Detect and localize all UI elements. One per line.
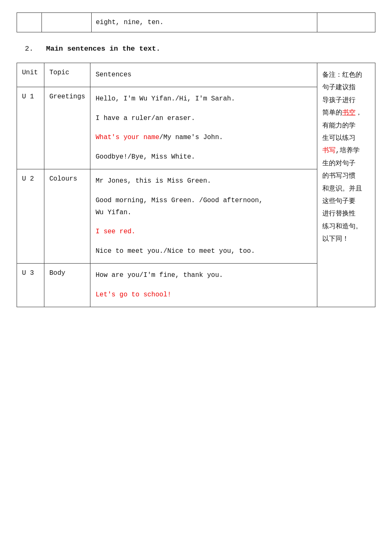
top-cell-2: [42, 13, 92, 32]
sentences-cell-1: Hello, I'm Wu Yifan./Hi, I'm Sarah. I ha…: [90, 87, 317, 169]
unit-cell-3: U 3: [17, 263, 44, 307]
notes-shuxie: 书写: [322, 147, 336, 154]
sentence-1-3: What's your name/My name's John.: [95, 132, 312, 144]
notes-part2: 句子建议指: [322, 84, 355, 91]
notes-part12: 进行替换性: [322, 210, 355, 218]
sentence-2-3: I see red.: [95, 226, 312, 238]
notes-part13: 练习和造句。: [322, 223, 362, 230]
sentence-2-2: Good morning, Miss Green. /Good afternoo…: [95, 195, 312, 219]
sentence-1-2: I have a ruler/an eraser.: [95, 112, 312, 125]
topic-cell-3: Body: [44, 263, 90, 307]
notes-yixia: 以下同！: [322, 235, 349, 243]
top-cell-1: [17, 13, 42, 32]
sentence-2-3-text: I see red.: [95, 228, 135, 235]
notes-part5: 有能力的学: [322, 122, 355, 130]
notes-part11: 这些句子要: [322, 198, 355, 205]
notes-part10: 和意识。并且: [322, 185, 362, 193]
unit-cell-1: U 1: [17, 87, 44, 169]
sentences-cell-3: How are you/I'm fine, thank you. Let's g…: [90, 263, 317, 307]
unit-cell-2: U 2: [17, 169, 44, 263]
section-number: 2.: [25, 45, 33, 53]
section-label: Main sentences in the text.: [46, 45, 160, 53]
notes-part9: 的书写习惯: [322, 172, 355, 180]
top-table: eight, nine, ten.: [17, 12, 375, 32]
header-unit: Unit: [17, 63, 44, 87]
sentence-3-2: Let's go to school!: [95, 289, 312, 301]
notes-cell: 备注：红色的 句子建议指 导孩子进行 简单的书空， 有能力的学 生可以练习 书写…: [317, 63, 375, 307]
notes-part8: 生的对句子: [322, 160, 355, 167]
header-topic: Topic: [44, 63, 90, 87]
top-cell-4: [317, 13, 375, 32]
sentence-1-1: Hello, I'm Wu Yifan./Hi, I'm Sarah.: [95, 93, 312, 105]
top-cell-3: eight, nine, ten.: [92, 13, 317, 32]
sentence-3-1: How are you/I'm fine, thank you.: [95, 269, 312, 281]
header-sentences: Sentences: [90, 63, 317, 87]
notes-shukong: 书空: [342, 109, 355, 117]
section-heading: 2. Main sentences in the text.: [25, 45, 375, 53]
sentence-2-1: Mr Jones, this is Miss Green.: [95, 175, 312, 187]
sentence-1-4: Goodbye!/Bye, Miss White.: [95, 151, 312, 163]
topic-cell-1: Greetings: [44, 87, 90, 169]
notes-part6: 生可以练习: [322, 134, 355, 142]
notes-part3: 导孩子进行: [322, 97, 355, 104]
main-table: Unit Topic Sentences 备注：红色的 句子建议指 导孩子进行 …: [17, 63, 375, 307]
topic-cell-2: Colours: [44, 169, 90, 263]
notes-part4: 简单的书空，: [322, 109, 362, 117]
notes-part7: 书写,培养学: [322, 147, 360, 154]
table-header-row: Unit Topic Sentences 备注：红色的 句子建议指 导孩子进行 …: [17, 63, 375, 87]
sentences-cell-2: Mr Jones, this is Miss Green. Good morni…: [90, 169, 317, 263]
sentence-2-4: Nice to meet you./Nice to meet you, too.: [95, 245, 312, 257]
notes-part1: 备注：红色的: [322, 71, 362, 79]
sentence-1-3-text: What's your name: [95, 134, 159, 141]
sentence-3-2-text: Let's go to school!: [95, 291, 171, 298]
